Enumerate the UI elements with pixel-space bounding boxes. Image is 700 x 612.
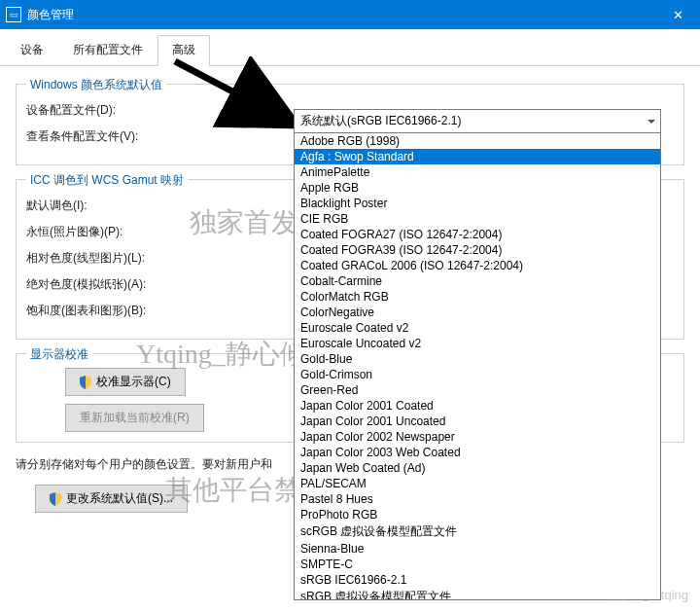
close-icon: ✕ [673,8,683,22]
label-saturation: 饱和度(图表和图形)(B): [26,303,269,319]
device-profile-dropdown[interactable]: Adobe RGB (1998)Agfa : Swop StandardAnim… [294,133,661,600]
dropdown-option[interactable]: Coated FOGRA27 (ISO 12647-2:2004) [295,227,660,242]
shield-icon [80,376,91,389]
dropdown-option[interactable]: Japan Web Coated (Ad) [295,460,660,476]
dropdown-option[interactable]: Pastel 8 Hues [295,491,660,507]
dropdown-option[interactable]: SMPTE-C [295,557,660,572]
calibrate-display-label: 校准显示器(C) [96,374,171,390]
shield-icon [50,492,61,506]
dropdown-option[interactable]: Japan Color 2001 Uncoated [295,414,660,429]
change-system-defaults-button[interactable]: 更改系统默认值(S)... [35,485,188,513]
dropdown-option[interactable]: Coated GRACoL 2006 (ISO 12647-2:2004) [295,258,660,273]
dropdown-option[interactable]: Japan Color 2002 Newspaper [295,429,660,445]
dropdown-option[interactable]: AnimePalette [295,164,660,180]
device-profile-combo[interactable]: 系统默认(sRGB IEC61966-2.1) [294,109,661,133]
label-default-render: 默认调色(I): [26,198,269,214]
dropdown-option[interactable]: Euroscale Coated v2 [295,320,660,336]
dropdown-option[interactable]: scRGB 虚拟设备模型配置文件 [295,522,660,541]
tab-all-profiles[interactable]: 所有配置文件 [58,35,158,65]
dropdown-option[interactable]: Gold-Blue [295,351,660,367]
dropdown-option[interactable]: Apple RGB [295,180,660,196]
label-device-profile: 设备配置文件(D): [26,102,269,119]
change-defaults-label: 更改系统默认值(S)... [66,490,173,507]
dropdown-option[interactable]: Coated FOGRA39 (ISO 12647-2:2004) [295,242,660,258]
dropdown-option[interactable]: PAL/SECAM [295,476,660,491]
dropdown-option[interactable]: Sienna-Blue [295,541,660,557]
dropdown-option[interactable]: Green-Red [295,382,660,398]
label-rel-colorimetric: 相对色度(线型图片)(L): [26,250,269,267]
calibrate-display-button[interactable]: 校准显示器(C) [65,368,186,396]
dropdown-option[interactable]: Euroscale Uncoated v2 [295,336,660,351]
combo-selected-text: 系统默认(sRGB IEC61966-2.1) [300,114,461,127]
dropdown-option[interactable]: Agfa : Swop Standard [295,149,660,164]
dropdown-option[interactable]: Cobalt-Carmine [295,273,660,289]
group-defaults-legend: Windows 颜色系统默认值 [26,77,166,93]
window-titlebar: ▭ 颜色管理 ✕ [0,0,700,29]
dropdown-option[interactable]: sRGB IEC61966-2.1 [295,572,660,588]
dropdown-option[interactable]: Japan Color 2001 Coated [295,398,660,414]
dropdown-option[interactable]: ColorNegative [295,305,660,320]
dropdown-option[interactable]: sRGB 虚拟设备模型配置文件 [295,588,660,600]
tab-device[interactable]: 设备 [6,35,58,65]
window-title: 颜色管理 [27,7,656,23]
dropdown-option[interactable]: CIE RGB [295,211,660,227]
dropdown-option[interactable]: ColorMatch RGB [295,289,660,305]
app-icon: ▭ [6,7,21,22]
group-icc-legend: ICC 调色到 WCS Gamut 映射 [26,172,188,189]
close-button[interactable]: ✕ [656,0,700,29]
dropdown-option[interactable]: Blacklight Poster [295,196,660,211]
label-perceptual: 永恒(照片图像)(P): [26,224,269,240]
group-calibrate-legend: 显示器校准 [26,346,92,363]
dropdown-option[interactable]: Adobe RGB (1998) [295,133,660,149]
reload-calibration-button[interactable]: 重新加载当前校准(R) [65,404,204,432]
dropdown-option[interactable]: Japan Color 2003 Web Coated [295,445,660,460]
label-viewing-profile: 查看条件配置文件(V): [26,128,269,145]
reload-calibration-label: 重新加载当前校准(R) [80,410,190,426]
tab-strip: 设备 所有配置文件 高级 [0,29,700,66]
tab-advanced[interactable]: 高级 [158,35,210,66]
dropdown-option[interactable]: ProPhoto RGB [295,507,660,522]
dropdown-option[interactable]: Gold-Crimson [295,367,660,382]
label-abs-colorimetric: 绝对色度(模拟纸张)(A): [26,276,269,293]
device-profile-combo-wrapper: 系统默认(sRGB IEC61966-2.1) Adobe RGB (1998)… [294,109,661,600]
